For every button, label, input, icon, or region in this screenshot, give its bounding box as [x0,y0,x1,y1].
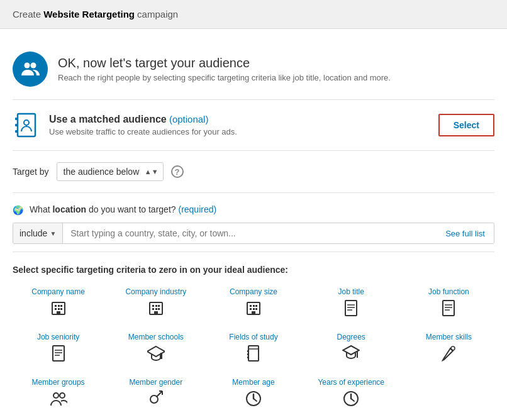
svg-rect-48 [247,353,249,355]
criteria-item-label: Company name [31,287,85,296]
criteria-item-icon [148,300,164,320]
criteria-item-icon [245,300,262,320]
svg-point-0 [25,63,30,69]
svg-rect-4 [15,124,18,126]
criteria-item-label: Member schools [128,333,184,341]
audience-header-text: OK, now let's target your audience Reach… [58,56,391,82]
svg-rect-29 [255,308,257,310]
criteria-section: Select specific targeting criteria to ze… [13,252,494,420]
see-full-list-link[interactable]: See full list [437,224,494,243]
avatar [13,52,48,87]
svg-rect-21 [158,308,160,310]
svg-line-64 [351,399,354,401]
main-content: OK, now let's target your audience Reach… [0,29,507,420]
matched-audience-icon [13,111,40,139]
svg-rect-17 [155,305,157,307]
criteria-item-label: Years of experience [318,378,384,387]
criteria-item-label: Member gender [129,378,182,387]
criteria-item[interactable]: Job title [306,287,397,320]
people-icon [20,59,40,79]
dropdown-arrow-icon: ▼ [50,230,56,237]
criteria-item-label: Member skills [426,333,472,341]
svg-rect-30 [252,311,255,314]
svg-rect-45 [248,346,259,361]
matched-audience-section: Use a matched audience (optional) Use we… [13,100,494,151]
criteria-item-label: Company size [230,287,277,296]
location-input-row: include ▼ See full list [13,223,494,244]
criteria-item-label: Job seniority [37,333,79,341]
criteria-item-icon [245,390,262,411]
criteria-item[interactable]: Member age [208,378,299,411]
svg-rect-28 [253,308,255,310]
svg-rect-8 [55,305,57,307]
svg-rect-3 [15,118,18,120]
criteria-item[interactable]: Job seniority [13,333,104,365]
help-icon[interactable]: ? [171,165,184,178]
include-label: include [20,228,47,238]
criteria-item[interactable]: Job function [403,287,494,320]
criteria-item[interactable]: Years of experience [306,378,397,411]
matched-audience-text: Use a matched audience (optional) Use we… [49,114,237,136]
criteria-item[interactable]: Member groups [13,378,104,411]
criteria-item-icon [147,345,165,365]
svg-rect-35 [443,301,454,316]
address-book-icon [13,111,40,139]
criteria-item-icon [441,345,456,365]
target-by-select[interactable]: the audience below all members [57,162,164,181]
criteria-item-label: Job function [428,287,469,296]
audience-title: OK, now let's target your audience [58,56,391,70]
svg-rect-14 [57,311,60,314]
criteria-item-icon [342,345,360,364]
svg-line-56 [157,391,162,397]
location-q-prefix: What [30,204,53,214]
svg-rect-12 [58,308,60,310]
criteria-item[interactable]: Member schools [110,333,201,365]
target-by-section: Target by the audience below all members… [13,151,494,193]
criteria-item[interactable]: Member gender [110,378,201,411]
criteria-item-icon [50,390,67,409]
location-q-bold: location [52,204,86,214]
criteria-item[interactable]: Fields of study [208,333,299,365]
required-label: (required) [176,204,217,214]
criteria-item-icon [343,390,359,411]
topbar-suffix: campaign [135,9,178,19]
svg-rect-9 [58,305,60,307]
criteria-item-label: Member age [232,378,274,387]
location-search-input[interactable] [63,223,437,243]
svg-rect-18 [158,305,160,307]
criteria-item-label: Company industry [125,287,186,296]
svg-rect-19 [152,308,154,310]
criteria-item-icon [344,300,358,320]
svg-rect-31 [345,301,357,316]
svg-rect-27 [250,308,252,310]
location-title: 🌍 What location do you want to target? (… [13,204,494,215]
criteria-item[interactable]: Company industry [110,287,201,320]
include-dropdown[interactable]: include ▼ [13,223,63,243]
svg-point-53 [53,393,58,398]
location-q-suffix: do you want to target? [86,204,176,214]
criteria-item-label: Fields of study [229,333,277,341]
svg-rect-13 [60,308,62,310]
criteria-item[interactable]: Company size [208,287,299,320]
svg-rect-25 [253,305,255,307]
audience-header: OK, now let's target your audience Reach… [13,41,494,100]
criteria-item[interactable]: Member skills [403,333,494,365]
target-by-label: Target by [13,167,49,177]
optional-label: (optional) [167,114,209,124]
criteria-item[interactable]: Degrees [306,333,397,365]
criteria-item-label: Job title [338,287,364,296]
globe-icon: 🌍 [13,205,23,215]
audience-subtitle: Reach the right people by selecting spec… [58,73,391,82]
svg-rect-26 [255,305,257,307]
svg-rect-10 [60,305,62,307]
svg-point-54 [60,393,65,398]
svg-point-6 [24,120,29,125]
criteria-item-label: Member groups [32,378,85,387]
topbar-prefix: Create [13,9,43,19]
select-button[interactable]: Select [438,114,494,136]
top-bar: Create Website Retargeting campaign [0,0,507,29]
svg-rect-16 [152,305,154,307]
matched-description: Use website traffic to create audiences … [49,127,237,136]
criteria-item[interactable]: Company name [13,287,104,320]
matched-title: Use a matched audience [49,114,167,124]
